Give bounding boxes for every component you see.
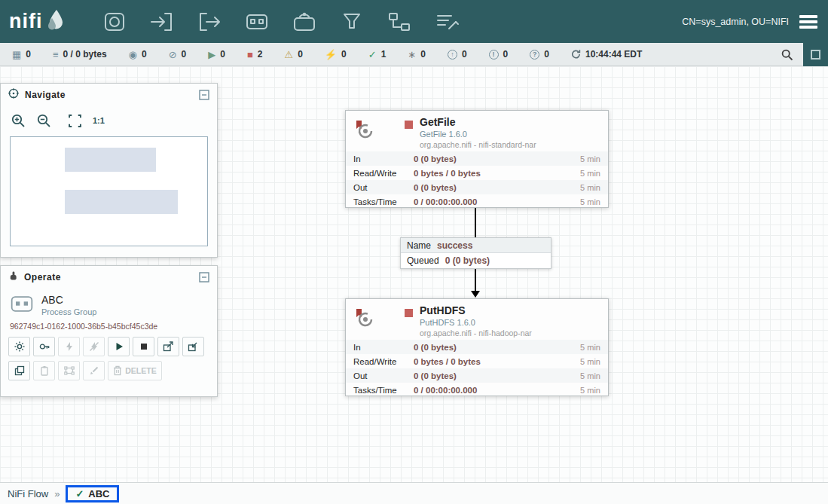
- remote-process-group-tool-icon[interactable]: [289, 6, 320, 38]
- operate-actions-row-2: DELETE: [1, 356, 217, 380]
- stat-row-read-write: Read/Write 0 bytes / 0 bytes 5 min: [346, 166, 608, 180]
- connection-label[interactable]: Name success Queued 0 (0 bytes): [400, 237, 551, 269]
- trash-icon: [113, 365, 122, 376]
- status-active-threads: ▦ 0: [12, 49, 31, 60]
- enable-button[interactable]: [58, 337, 80, 356]
- operate-panel-header: Operate: [1, 266, 217, 289]
- status-sync-failure: ? 0: [530, 49, 549, 60]
- status-stopped: ■ 2: [247, 49, 263, 60]
- component-toolbar: [99, 6, 463, 38]
- zoom-out-button[interactable]: [37, 114, 51, 128]
- collapse-icon[interactable]: [199, 272, 209, 283]
- zoom-actual-size-button[interactable]: 1:1: [93, 116, 105, 125]
- stat-row-tasks-time: Tasks/Time 0 / 00:00:00.000 5 min: [346, 383, 608, 397]
- processor-tool-icon[interactable]: [99, 6, 130, 38]
- processor-bundle: org.apache.nifi - nifi-standard-nar: [420, 140, 536, 149]
- stat-row-in: In 0 (0 bytes) 5 min: [346, 340, 608, 354]
- processor-type-version: PutHDFS 1.6.0: [420, 318, 532, 327]
- navigate-panel: Navigate 1:1: [0, 83, 218, 258]
- process-group-tool-icon[interactable]: [241, 6, 273, 38]
- input-port-tool-icon[interactable]: [146, 6, 178, 38]
- status-transmitting: ◉ 0: [129, 49, 147, 60]
- zoom-in-button[interactable]: [11, 114, 26, 128]
- stopped-status-icon: [405, 121, 413, 129]
- asterisk-icon: ∗: [408, 50, 416, 60]
- breadcrumb-current[interactable]: ✓ ABC: [66, 485, 119, 502]
- transmitting-icon: ◉: [129, 50, 137, 60]
- navigate-panel-header: Navigate: [1, 84, 217, 106]
- stop-button[interactable]: [133, 337, 154, 356]
- processor-header: PutHDFS PutHDFS 1.6.0 org.apache.nifi - …: [346, 299, 608, 340]
- funnel-tool-icon[interactable]: [336, 6, 368, 38]
- connection-line[interactable]: [475, 208, 476, 237]
- stopped-status-icon: [405, 309, 413, 317]
- flow-canvas[interactable]: Navigate 1:1: [0, 66, 828, 482]
- breadcrumb: NiFi Flow » ✓ ABC: [0, 482, 828, 504]
- connection-line[interactable]: [475, 269, 476, 292]
- copy-button[interactable]: [8, 361, 30, 380]
- processor-getfile[interactable]: GetFile GetFile 1.6.0 org.apache.nifi - …: [345, 110, 609, 208]
- configure-button[interactable]: [8, 337, 30, 356]
- status-locally-modified-stale: ! 0: [489, 49, 509, 60]
- check-icon: ✓: [75, 488, 84, 499]
- panel-toggle-button[interactable]: [803, 43, 828, 66]
- disable-button[interactable]: [83, 337, 105, 356]
- status-queued: ≡ 0 / 0 bytes: [53, 49, 107, 60]
- breadcrumb-root-link[interactable]: NiFi Flow: [8, 488, 48, 499]
- output-port-tool-icon[interactable]: [194, 6, 225, 38]
- delete-button[interactable]: DELETE: [108, 361, 162, 380]
- check-icon: ✓: [368, 50, 377, 60]
- play-icon: ▶: [208, 50, 215, 60]
- label-tool-icon[interactable]: [431, 6, 463, 38]
- selected-component-name: ABC: [41, 294, 96, 306]
- stat-row-in: In 0 (0 bytes) 5 min: [346, 151, 608, 166]
- status-bar: ▦ 0 ≡ 0 / 0 bytes ◉ 0 ⊘ 0 ▶ 0 ■ 2 ⚠ 0 ⚡: [0, 43, 828, 66]
- zoom-fit-button[interactable]: [69, 115, 81, 127]
- status-up-to-date: ✓ 1: [368, 49, 387, 60]
- operate-actions-row-1: [1, 332, 217, 356]
- template-tool-icon[interactable]: [383, 6, 415, 38]
- birdseye-minimap[interactable]: [10, 136, 208, 246]
- connection-arrowhead-icon: [471, 291, 480, 298]
- create-template-button[interactable]: [182, 337, 204, 356]
- arrow-up-circle-icon: ↑: [448, 50, 457, 60]
- navigate-controls: 1:1: [1, 106, 217, 135]
- processor-type-version: GetFile 1.6.0: [420, 130, 536, 139]
- operate-panel: Operate ABC Process Group 962749c1-0162-…: [0, 265, 218, 397]
- processor-icon: [352, 307, 376, 334]
- navigate-title: Navigate: [25, 90, 66, 100]
- processor-name: GetFile: [420, 116, 536, 128]
- status-stale: ↑ 0: [448, 49, 467, 60]
- not-transmitting-icon: ⊘: [169, 50, 177, 60]
- status-disabled: ⚡ 0: [325, 49, 347, 60]
- operate-selected-component: ABC Process Group: [1, 289, 217, 319]
- process-group-icon: [10, 293, 34, 317]
- selected-component-type: Process Group: [41, 307, 96, 316]
- connection-queued-row: Queued 0 (0 bytes): [401, 253, 551, 268]
- paste-button[interactable]: [33, 361, 55, 380]
- fill-color-button[interactable]: [83, 361, 105, 380]
- nifi-logo: nifi: [9, 9, 64, 35]
- processor-header: GetFile GetFile 1.6.0 org.apache.nifi - …: [346, 111, 608, 151]
- group-button[interactable]: [58, 361, 80, 380]
- operate-title: Operate: [24, 272, 61, 283]
- droplet-icon: [46, 9, 64, 35]
- navigate-icon: [8, 88, 19, 102]
- current-user-label: CN=sys_admin, OU=NIFI: [682, 17, 789, 27]
- processor-bundle: org.apache.nifi - nifi-hadoop-nar: [420, 328, 532, 338]
- nifi-logo-text: nifi: [9, 10, 43, 33]
- search-icon[interactable]: [781, 49, 793, 64]
- refresh-icon: [571, 49, 581, 60]
- start-button[interactable]: [108, 337, 130, 356]
- question-circle-icon: ?: [530, 50, 539, 60]
- stat-row-tasks-time: Tasks/Time 0 / 00:00:00.000 5 min: [346, 194, 608, 209]
- status-refresh[interactable]: 10:44:44 EDT: [571, 49, 642, 60]
- app-header: nifi: [0, 0, 828, 43]
- access-policies-button[interactable]: [33, 337, 55, 356]
- collapse-icon[interactable]: [199, 90, 209, 100]
- minimap-node: [65, 148, 156, 172]
- processor-puthdfs[interactable]: PutHDFS PutHDFS 1.6.0 org.apache.nifi - …: [345, 298, 609, 396]
- selected-component-id: 962749c1-0162-1000-36b5-b45bcf45c3de: [1, 319, 217, 332]
- global-menu-icon[interactable]: [799, 13, 817, 31]
- upload-template-button[interactable]: [157, 337, 179, 356]
